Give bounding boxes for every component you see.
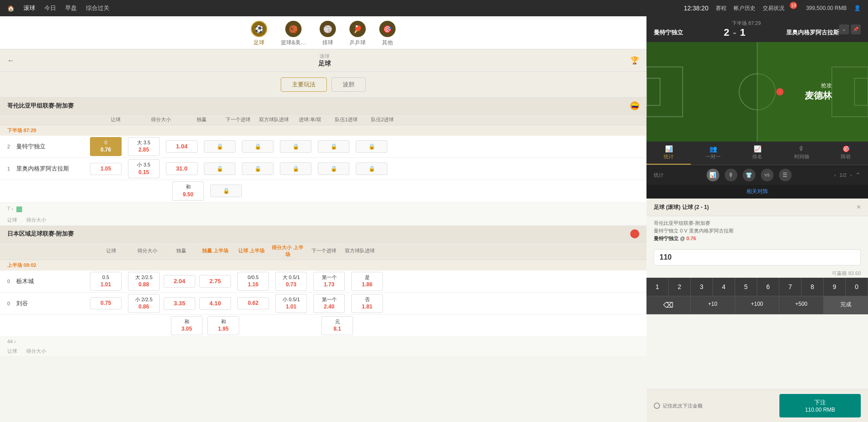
- team1-both-lock[interactable]: 🔒: [242, 140, 274, 153]
- tab-others[interactable]: 🎯 其他: [379, 21, 396, 47]
- mic-icon[interactable]: 🎙: [725, 169, 737, 181]
- jp-team1-spreadhalf-btn[interactable]: 0/0.5 1.16: [237, 272, 269, 291]
- jp-team2-both-btn[interactable]: 否 1.81: [351, 294, 383, 313]
- expand-btn[interactable]: ⌄: [839, 24, 849, 34]
- score-button[interactable]: 波胆: [331, 77, 366, 92]
- team1-spread-btn[interactable]: 0 0.76: [90, 137, 122, 156]
- jp-team2-spreadhalf-btn[interactable]: 0.62: [237, 297, 269, 309]
- nav-parlay[interactable]: 综合过关: [86, 4, 109, 12]
- numpad-1[interactable]: 1: [646, 278, 669, 296]
- jp-team1-total-btn[interactable]: 大 2/2.5 0.88: [128, 272, 160, 291]
- related-matches-btn[interactable]: 相关对阵: [646, 185, 868, 199]
- draw-ml-btn[interactable]: 和 9.50: [172, 181, 204, 200]
- tab-volleyball[interactable]: 🏐 排球: [320, 21, 336, 47]
- jp-team1-mlhalf-btn[interactable]: 2.75: [199, 275, 231, 288]
- team1-total-btn[interactable]: 大 3.5 2.85: [128, 137, 160, 156]
- stats-tab-lineup[interactable]: 🎯 阵容: [824, 142, 868, 165]
- jp-draw-mlhalf-btn[interactable]: 和 1.95: [208, 316, 239, 335]
- jp-team1-ml-btn[interactable]: 2.04: [164, 275, 195, 288]
- jp-team1-both-cell: 是 1.86: [349, 272, 385, 291]
- team2-both-lock[interactable]: 🔒: [242, 162, 274, 175]
- jp-draw-ml-btn[interactable]: 和 3.05: [171, 316, 203, 335]
- shirt-icon[interactable]: 👕: [743, 169, 755, 181]
- next-page[interactable]: ›: [850, 172, 852, 178]
- japan-league-header: 日本区域足球联赛-附加赛: [0, 226, 646, 242]
- numpad-2[interactable]: 2: [669, 278, 691, 296]
- jp-team2-totalhalf-btn[interactable]: 小 0.5/1 1.01: [275, 294, 307, 313]
- stats-tab-rank[interactable]: 📈 排名: [735, 142, 779, 165]
- jp-team1-spread-cell: 0.5 1.01: [88, 272, 124, 291]
- team2-total-btn[interactable]: 小 3.5 0.15: [128, 159, 160, 178]
- team1-t1-lock[interactable]: 🔒: [318, 140, 349, 153]
- jp-team1-next-btn[interactable]: 第一个 1.73: [313, 272, 345, 291]
- nav-rolling[interactable]: 滚球: [24, 4, 35, 12]
- user-icon[interactable]: 👤: [854, 5, 861, 11]
- stats-tab-timeline[interactable]: 🎙 时间轴: [779, 142, 824, 165]
- numpad-9[interactable]: 9: [824, 278, 846, 296]
- team2-single-lock[interactable]: 🔒: [280, 162, 311, 175]
- pin-btn[interactable]: 📌: [851, 24, 861, 34]
- numpad-6[interactable]: 6: [757, 278, 779, 296]
- numpad-4[interactable]: 4: [713, 278, 735, 296]
- main-play-button[interactable]: 主要玩法: [281, 77, 327, 92]
- jp-team1-spread-btn[interactable]: 0.5 1.01: [90, 272, 122, 291]
- numpad-3[interactable]: 3: [691, 278, 713, 296]
- home-icon[interactable]: 🏠: [7, 5, 14, 12]
- jp-team2-next-btn[interactable]: 第一个 2.40: [313, 294, 345, 313]
- history-link[interactable]: 帐户历史: [734, 5, 755, 12]
- transactions-link[interactable]: 交易状况: [763, 5, 784, 12]
- collapse-icon[interactable]: ⌃: [855, 171, 861, 179]
- jp-draw-next-btn[interactable]: 元 8.1: [321, 316, 353, 335]
- prev-page[interactable]: ‹: [834, 172, 836, 178]
- jp-team1-both-btn[interactable]: 是 1.86: [351, 272, 383, 291]
- colombia-flag: 🇨🇴: [630, 101, 639, 110]
- team2-t2-lock[interactable]: 🔒: [356, 162, 387, 175]
- team1-single-lock[interactable]: 🔒: [280, 140, 311, 153]
- team2-next-lock[interactable]: 🔒: [204, 162, 236, 175]
- jp-team2-mlhalf-btn[interactable]: 4.10: [199, 297, 231, 310]
- numpad-backspace[interactable]: ⌫: [646, 296, 691, 314]
- stats-tab-h2h[interactable]: 👥 一对一: [691, 142, 735, 165]
- team2-t1-lock[interactable]: 🔒: [318, 162, 349, 175]
- japan-league-name: 日本区域足球联赛-附加赛: [7, 230, 630, 238]
- bet-slip-close-button[interactable]: ×: [857, 203, 861, 211]
- numpad-row2: ⌫ +10 +100 +500 完成: [646, 296, 868, 314]
- tab-tabletennis[interactable]: 🏓 乒乒球: [349, 21, 366, 47]
- trophy-icon: 🏆: [630, 56, 639, 65]
- numpad-plus100[interactable]: +100: [735, 296, 779, 314]
- amount-input[interactable]: [654, 249, 861, 266]
- bar-chart-icon[interactable]: 📊: [707, 169, 719, 181]
- jp-team2-total-btn[interactable]: 小 2/2.5 0.86: [128, 294, 160, 313]
- jp-team2-ml-btn[interactable]: 3.35: [164, 297, 195, 310]
- submit-bet-button[interactable]: 下注 110.00 RMB: [779, 394, 861, 417]
- vs-icon[interactable]: VS: [761, 169, 774, 181]
- team2-ml-btn[interactable]: 31.0: [166, 162, 198, 175]
- team1-t2-lock[interactable]: 🔒: [356, 140, 387, 153]
- numpad-7[interactable]: 7: [779, 278, 802, 296]
- draw-next-lock[interactable]: 🔒: [210, 185, 242, 197]
- numpad-plus10[interactable]: +10: [691, 296, 735, 314]
- stats-tab-stat[interactable]: 📊 统计: [646, 142, 691, 165]
- back-button[interactable]: ←: [7, 57, 14, 65]
- attack-location: 麦德林: [805, 90, 832, 102]
- tab-football[interactable]: ⚽ 足球: [251, 21, 267, 47]
- jp-team1-totalhalf-btn[interactable]: 大 0.5/1 0.73: [275, 272, 307, 291]
- away-score: 1: [740, 27, 745, 38]
- numpad-done[interactable]: 完成: [824, 296, 868, 314]
- team1-next-lock[interactable]: 🔒: [204, 140, 236, 153]
- nav-today[interactable]: 今日: [44, 4, 56, 12]
- team2-spread-btn[interactable]: 1.05: [90, 163, 122, 175]
- jp-team2-spread-btn[interactable]: 0.75: [90, 297, 122, 309]
- numpad-8[interactable]: 8: [802, 278, 824, 296]
- schedule-link[interactable]: 赛程: [716, 5, 726, 12]
- remember-radio[interactable]: [654, 403, 660, 409]
- numpad-0[interactable]: 0: [846, 278, 868, 296]
- team1-ml-btn[interactable]: 1.04: [166, 140, 198, 153]
- numpad-5[interactable]: 5: [735, 278, 757, 296]
- numpad-plus500[interactable]: +500: [779, 296, 824, 314]
- related-label: 相关对阵: [746, 188, 768, 194]
- table-icon[interactable]: ☰: [779, 169, 792, 181]
- nav-early[interactable]: 早盘: [65, 4, 77, 12]
- live-score: 2 - 1: [724, 27, 745, 38]
- tab-basketball[interactable]: 🏀 篮球&美…: [281, 21, 306, 47]
